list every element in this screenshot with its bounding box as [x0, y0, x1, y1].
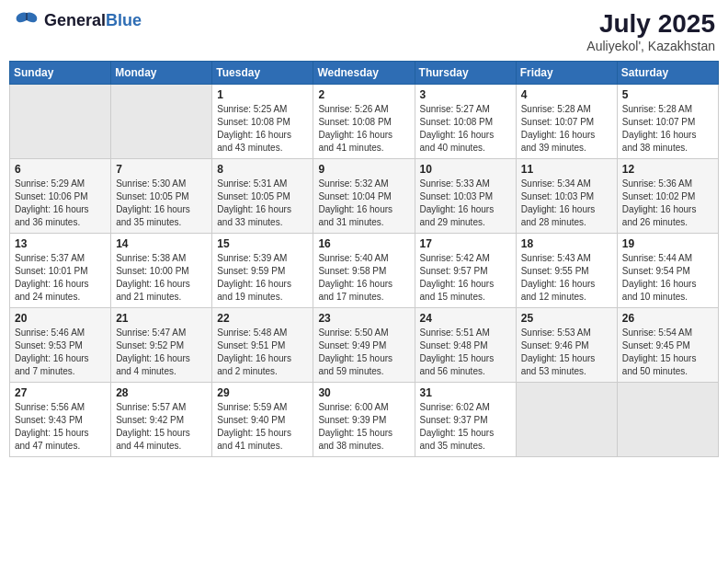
day-info: Sunrise: 5:43 AM Sunset: 9:55 PM Dayligh… [521, 252, 612, 304]
day-number: 10 [420, 163, 511, 176]
calendar-cell: 3Sunrise: 5:27 AM Sunset: 10:08 PM Dayli… [415, 85, 516, 159]
calendar-cell: 10Sunrise: 5:33 AM Sunset: 10:03 PM Dayl… [415, 159, 516, 234]
day-info: Sunrise: 5:56 AM Sunset: 9:43 PM Dayligh… [15, 401, 106, 453]
day-info: Sunrise: 5:47 AM Sunset: 9:52 PM Dayligh… [116, 327, 207, 378]
calendar-cell: 21Sunrise: 5:47 AM Sunset: 9:52 PM Dayli… [111, 308, 212, 383]
calendar-week-row: 6Sunrise: 5:29 AM Sunset: 10:06 PM Dayli… [10, 159, 719, 234]
day-info: Sunrise: 5:26 AM Sunset: 10:08 PM Daylig… [318, 103, 409, 155]
day-info: Sunrise: 5:30 AM Sunset: 10:05 PM Daylig… [116, 178, 207, 229]
calendar-cell: 4Sunrise: 5:28 AM Sunset: 10:07 PM Dayli… [516, 85, 617, 159]
calendar-table: SundayMondayTuesdayWednesdayThursdayFrid… [9, 61, 719, 457]
day-number: 8 [217, 163, 308, 176]
day-info: Sunrise: 5:40 AM Sunset: 9:58 PM Dayligh… [318, 252, 409, 304]
day-number: 7 [116, 163, 207, 176]
month-year: July 2025 [586, 9, 715, 39]
day-info: Sunrise: 5:31 AM Sunset: 10:05 PM Daylig… [217, 178, 308, 229]
day-info: Sunrise: 5:28 AM Sunset: 10:07 PM Daylig… [622, 103, 713, 155]
calendar-week-row: 20Sunrise: 5:46 AM Sunset: 9:53 PM Dayli… [10, 308, 719, 383]
logo: GeneralBlue [13, 9, 142, 31]
calendar-cell: 30Sunrise: 6:00 AM Sunset: 9:39 PM Dayli… [313, 383, 415, 457]
calendar-cell: 7Sunrise: 5:30 AM Sunset: 10:05 PM Dayli… [111, 159, 212, 234]
calendar-cell: 29Sunrise: 5:59 AM Sunset: 9:40 PM Dayli… [212, 383, 313, 457]
col-header-wednesday: Wednesday [313, 62, 415, 85]
calendar-cell [516, 383, 617, 457]
day-number: 6 [15, 163, 106, 176]
day-number: 18 [521, 237, 612, 250]
day-number: 27 [15, 386, 106, 399]
calendar-cell: 5Sunrise: 5:28 AM Sunset: 10:07 PM Dayli… [617, 85, 718, 159]
day-info: Sunrise: 5:37 AM Sunset: 10:01 PM Daylig… [15, 252, 106, 304]
calendar-cell: 28Sunrise: 5:57 AM Sunset: 9:42 PM Dayli… [111, 383, 212, 457]
calendar-cell: 16Sunrise: 5:40 AM Sunset: 9:58 PM Dayli… [313, 234, 415, 308]
calendar-cell: 27Sunrise: 5:56 AM Sunset: 9:43 PM Dayli… [10, 383, 111, 457]
calendar-cell: 11Sunrise: 5:34 AM Sunset: 10:03 PM Dayl… [516, 159, 617, 234]
calendar-week-row: 27Sunrise: 5:56 AM Sunset: 9:43 PM Dayli… [10, 383, 719, 457]
day-number: 12 [622, 163, 713, 176]
calendar-cell [10, 85, 111, 159]
day-number: 29 [217, 386, 308, 399]
day-number: 15 [217, 237, 308, 250]
day-number: 14 [116, 237, 207, 250]
day-info: Sunrise: 5:46 AM Sunset: 9:53 PM Dayligh… [15, 327, 106, 378]
col-header-friday: Friday [516, 62, 617, 85]
day-number: 1 [217, 88, 308, 101]
calendar-cell: 13Sunrise: 5:37 AM Sunset: 10:01 PM Dayl… [10, 234, 111, 308]
day-number: 5 [622, 88, 713, 101]
day-number: 31 [420, 386, 511, 399]
calendar-cell: 22Sunrise: 5:48 AM Sunset: 9:51 PM Dayli… [212, 308, 313, 383]
calendar-cell: 23Sunrise: 5:50 AM Sunset: 9:49 PM Dayli… [313, 308, 415, 383]
day-info: Sunrise: 5:42 AM Sunset: 9:57 PM Dayligh… [420, 252, 511, 304]
calendar-cell: 14Sunrise: 5:38 AM Sunset: 10:00 PM Dayl… [111, 234, 212, 308]
day-info: Sunrise: 5:57 AM Sunset: 9:42 PM Dayligh… [116, 401, 207, 453]
calendar-cell: 26Sunrise: 5:54 AM Sunset: 9:45 PM Dayli… [617, 308, 718, 383]
day-info: Sunrise: 5:36 AM Sunset: 10:02 PM Daylig… [622, 178, 713, 229]
day-info: Sunrise: 5:27 AM Sunset: 10:08 PM Daylig… [420, 103, 511, 155]
calendar-cell: 17Sunrise: 5:42 AM Sunset: 9:57 PM Dayli… [415, 234, 516, 308]
col-header-monday: Monday [111, 62, 212, 85]
col-header-sunday: Sunday [10, 62, 111, 85]
day-number: 24 [420, 312, 511, 325]
day-info: Sunrise: 5:50 AM Sunset: 9:49 PM Dayligh… [318, 327, 409, 378]
day-info: Sunrise: 5:53 AM Sunset: 9:46 PM Dayligh… [521, 327, 612, 378]
day-number: 26 [622, 312, 713, 325]
day-number: 28 [116, 386, 207, 399]
day-number: 25 [521, 312, 612, 325]
calendar-cell: 1Sunrise: 5:25 AM Sunset: 10:08 PM Dayli… [212, 85, 313, 159]
col-header-tuesday: Tuesday [212, 62, 313, 85]
calendar-cell: 12Sunrise: 5:36 AM Sunset: 10:02 PM Dayl… [617, 159, 718, 234]
day-number: 21 [116, 312, 207, 325]
day-info: Sunrise: 5:51 AM Sunset: 9:48 PM Dayligh… [420, 327, 511, 378]
day-info: Sunrise: 5:59 AM Sunset: 9:40 PM Dayligh… [217, 401, 308, 453]
logo-bird-icon [13, 9, 40, 31]
day-number: 16 [318, 237, 409, 250]
day-info: Sunrise: 5:39 AM Sunset: 9:59 PM Dayligh… [217, 252, 308, 304]
calendar-cell [617, 383, 718, 457]
calendar-cell: 19Sunrise: 5:44 AM Sunset: 9:54 PM Dayli… [617, 234, 718, 308]
day-info: Sunrise: 5:44 AM Sunset: 9:54 PM Dayligh… [622, 252, 713, 304]
day-info: Sunrise: 5:28 AM Sunset: 10:07 PM Daylig… [521, 103, 612, 155]
day-info: Sunrise: 6:02 AM Sunset: 9:37 PM Dayligh… [420, 401, 511, 453]
day-number: 19 [622, 237, 713, 250]
day-number: 22 [217, 312, 308, 325]
location: Auliyekol', Kazakhstan [586, 39, 715, 53]
col-header-thursday: Thursday [415, 62, 516, 85]
calendar-cell: 8Sunrise: 5:31 AM Sunset: 10:05 PM Dayli… [212, 159, 313, 234]
day-info: Sunrise: 6:00 AM Sunset: 9:39 PM Dayligh… [318, 401, 409, 453]
day-number: 20 [15, 312, 106, 325]
day-number: 2 [318, 88, 409, 101]
day-info: Sunrise: 5:32 AM Sunset: 10:04 PM Daylig… [318, 178, 409, 229]
day-number: 3 [420, 88, 511, 101]
title-block: July 2025 Auliyekol', Kazakhstan [586, 9, 715, 53]
calendar-cell: 15Sunrise: 5:39 AM Sunset: 9:59 PM Dayli… [212, 234, 313, 308]
logo-text: GeneralBlue [44, 11, 142, 30]
day-info: Sunrise: 5:25 AM Sunset: 10:08 PM Daylig… [217, 103, 308, 155]
calendar-header-row: SundayMondayTuesdayWednesdayThursdayFrid… [10, 62, 719, 85]
col-header-saturday: Saturday [617, 62, 718, 85]
logo-general: General [44, 11, 106, 29]
calendar-cell: 31Sunrise: 6:02 AM Sunset: 9:37 PM Dayli… [415, 383, 516, 457]
day-info: Sunrise: 5:38 AM Sunset: 10:00 PM Daylig… [116, 252, 207, 304]
calendar-week-row: 1Sunrise: 5:25 AM Sunset: 10:08 PM Dayli… [10, 85, 719, 159]
calendar-cell: 24Sunrise: 5:51 AM Sunset: 9:48 PM Dayli… [415, 308, 516, 383]
day-info: Sunrise: 5:33 AM Sunset: 10:03 PM Daylig… [420, 178, 511, 229]
calendar-cell: 2Sunrise: 5:26 AM Sunset: 10:08 PM Dayli… [313, 85, 415, 159]
